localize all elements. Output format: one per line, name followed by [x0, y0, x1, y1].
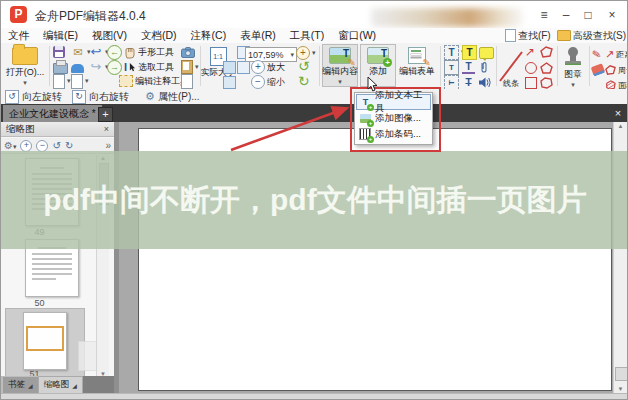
send-mail-button[interactable]: ✉▾ — [71, 45, 91, 59]
rectangle-tool-button[interactable] — [525, 76, 537, 90]
thumbnail-page-51[interactable] — [23, 312, 67, 370]
thumbnails-tab-pin-icon: ◢ — [72, 382, 77, 389]
typewriter-tool-button[interactable]: T — [444, 60, 459, 74]
thumbnail-zoom-in-icon[interactable]: + — [20, 140, 32, 152]
arrow-cursor-icon — [129, 63, 136, 72]
hamburger-menu-icon[interactable]: ≡ — [535, 7, 553, 23]
print-button[interactable] — [53, 60, 68, 74]
snapshot-button[interactable] — [181, 45, 195, 59]
attach-file-button[interactable] — [479, 60, 489, 74]
menu-file[interactable]: 文件 — [1, 29, 36, 43]
paperclip-icon — [479, 61, 489, 74]
rotate-page-left-button[interactable]: ↺ 向左旋转 — [5, 90, 62, 104]
stamp-icon — [562, 46, 584, 68]
search-page-button[interactable] — [181, 74, 193, 88]
sticky-note-button[interactable] — [479, 45, 494, 59]
export-button[interactable]: ▾ — [53, 74, 71, 88]
title-bar: P 金舟PDF编辑器4.0.4 ≡ – □ × — [1, 1, 628, 29]
edit-content-icon: T✎ — [329, 47, 351, 64]
thumbnail-zoom-out-icon[interactable]: − — [36, 140, 48, 152]
bookmarks-tab[interactable]: 书签 ◢ — [3, 377, 38, 393]
fit-page-button[interactable] — [223, 60, 236, 74]
zoom-level-value: 107,59% — [248, 50, 284, 60]
eraser-tool-button[interactable] — [592, 63, 604, 77]
caption-text: pdf中间不断开，pdf文件中间插一页图片 — [35, 178, 595, 222]
stamp-tool-button[interactable] — [71, 60, 84, 74]
undo-button[interactable]: ↩▾ — [89, 45, 109, 59]
edit-annotation-tool-button[interactable]: 编辑注释工具 — [119, 74, 189, 88]
rotate-page-right-button[interactable]: ↻ 向右旋转 — [72, 90, 129, 104]
underline-text-button[interactable]: T — [462, 60, 475, 74]
properties-button[interactable]: ⚙ 属性(P)... — [145, 90, 200, 104]
hand-tool-button[interactable]: 手形工具 — [124, 45, 174, 59]
menu-document[interactable]: 文档(D) — [134, 29, 184, 43]
print-icon — [53, 63, 68, 74]
minimize-button[interactable]: – — [557, 7, 575, 23]
menu-form[interactable]: 表单(R) — [233, 29, 283, 43]
paste-button[interactable]: ▾ — [181, 60, 199, 74]
advanced-find-button[interactable]: 高级查找(S) — [557, 29, 626, 43]
rotate-view-right-button[interactable]: ↻ — [298, 74, 310, 88]
open-button[interactable]: 打开(O)... ▾ — [3, 45, 47, 87]
doc-scroll-down-icon[interactable]: ▼ — [614, 386, 627, 392]
previous-view-button[interactable]: ← — [107, 45, 122, 59]
thumbnail-rotate-right-icon[interactable]: ↻ — [65, 140, 73, 151]
sidebar-more-icon[interactable]: » — [105, 140, 111, 151]
menu-edit[interactable]: 编辑(E) — [36, 29, 85, 43]
strikethrough-text-button[interactable]: T — [462, 75, 475, 89]
sound-annotation-button[interactable] — [479, 75, 492, 89]
close-button[interactable]: × — [603, 7, 621, 23]
thumbnail-rotate-left-icon[interactable]: ↺ — [52, 140, 60, 151]
menu-annotation[interactable]: 注释(C) — [184, 29, 234, 43]
menu-view[interactable]: 视图(V) — [85, 29, 134, 43]
polygon-line-tool-button[interactable] — [540, 45, 553, 59]
fit-visible-button[interactable] — [237, 60, 250, 74]
caption-overlay-band: pdf中间不断开，pdf文件中间插一页图片 — [1, 151, 628, 249]
sidebar-panel-title: 缩略图 — [6, 123, 35, 136]
fit-page-icon — [223, 61, 236, 74]
status-bar — [1, 393, 628, 400]
save-button[interactable] — [53, 45, 65, 59]
doc-scroll-thumb[interactable] — [615, 367, 628, 381]
fit-height-button[interactable] — [223, 75, 236, 89]
new-document-button[interactable]: ▾ — [71, 74, 89, 88]
edit-form-button[interactable]: ✎ 编辑表单 — [396, 44, 438, 87]
save-icon — [53, 46, 65, 58]
sidebar-close-icon[interactable]: × — [104, 124, 109, 134]
distance-tool-button[interactable]: ↗距离 — [605, 47, 628, 61]
rectangle-icon — [525, 77, 537, 89]
menu-tools[interactable]: 工具(T) — [283, 29, 331, 43]
edit-content-button[interactable]: T✎ 编辑内容 ▾ — [322, 44, 358, 87]
find-button[interactable]: 查找(F) — [505, 29, 551, 43]
line-tool-label: 线条 — [503, 78, 519, 89]
rotate-view-left-button[interactable]: ↺ — [298, 59, 310, 73]
redo-button[interactable]: ↪▾ — [89, 60, 109, 74]
zoom-out-button[interactable]: − 缩小 — [251, 75, 285, 89]
perimeter-tool-button[interactable]: 周长 — [605, 63, 628, 77]
pentagon-tool-button[interactable] — [540, 61, 553, 75]
highlight-text-button[interactable]: T — [462, 45, 477, 59]
rotated-text-tool-button[interactable]: T — [444, 75, 459, 89]
sidebar-options-icon[interactable]: ⚙▾ — [4, 140, 16, 151]
fit-height-icon — [223, 76, 236, 89]
select-tool-button[interactable]: I 选取工具 — [124, 60, 174, 74]
add-button[interactable]: T+ 添加 — [360, 44, 396, 87]
undo-icon: ↩ — [89, 45, 103, 59]
zoom-in-button[interactable]: + 放大 — [251, 60, 285, 74]
arrow-tool-button[interactable]: ↗ — [525, 45, 535, 59]
menu-window[interactable]: 窗口(W) — [331, 29, 383, 43]
new-tab-button[interactable]: + — [98, 107, 113, 122]
cloud-tool-button[interactable] — [540, 76, 553, 90]
stamp-button[interactable]: 图章 ▾ — [559, 46, 587, 88]
maximize-button[interactable]: □ — [579, 7, 597, 23]
page-number-50: 50 — [0, 298, 96, 308]
ellipse-tool-button[interactable] — [525, 61, 537, 75]
close-document-icon[interactable]: × — [611, 106, 625, 120]
next-view-button[interactable]: → — [107, 60, 122, 74]
inserted-image-placeholder — [26, 326, 64, 351]
document-tab[interactable]: 企业文化建设概念 * — [3, 105, 102, 122]
pencil-tool-button[interactable]: ✎ — [592, 47, 601, 61]
properties-gear-icon: ⚙ — [145, 90, 155, 103]
thumbnails-tab[interactable]: 缩略图 ◢ — [38, 376, 83, 393]
doc-scroll-up-icon[interactable]: ▲ — [614, 123, 627, 129]
